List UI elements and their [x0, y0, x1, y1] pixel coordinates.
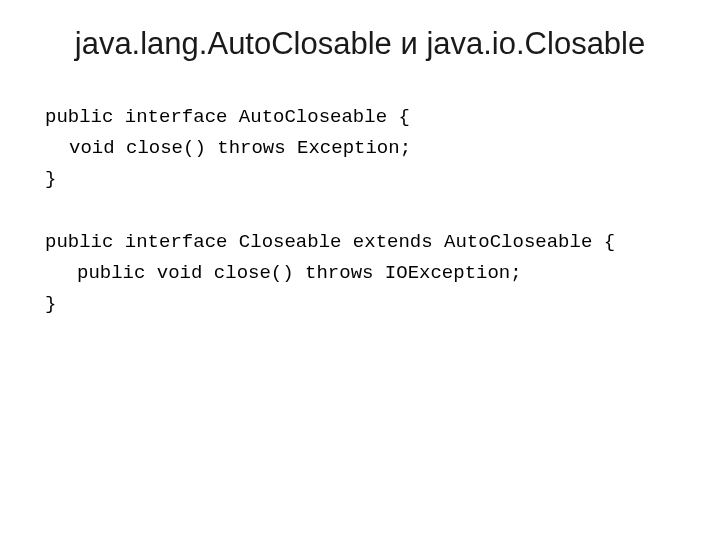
code-line: } [45, 164, 675, 195]
code-line: void close() throws Exception; [45, 133, 675, 164]
code-line: } [45, 289, 675, 320]
blank-line [45, 196, 675, 227]
slide-title: java.lang.AutoClosable и java.io.Closabl… [45, 25, 675, 64]
code-line: public interface Closeable extends AutoC… [45, 227, 675, 258]
code-line: public interface AutoCloseable { [45, 102, 675, 133]
code-line: public void close() throws IOException; [45, 258, 675, 289]
code-block: public interface AutoCloseable { void cl… [45, 102, 675, 321]
